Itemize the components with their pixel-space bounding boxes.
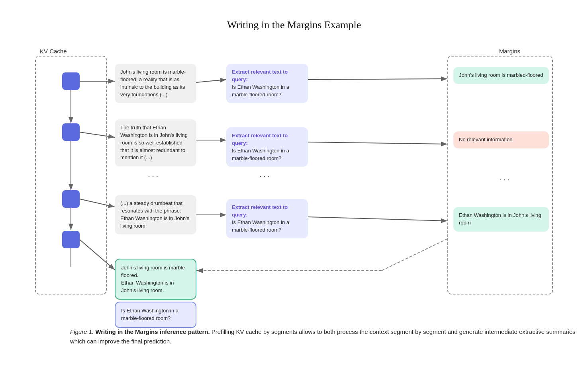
extract-box-1: Extract relevant text to query: Is Ethan…: [226, 64, 308, 103]
page-title: Writing in the Margins Example: [0, 0, 588, 44]
margin-box-1: John's living room is marbled-floored: [453, 67, 549, 84]
margin-box-2: No relevant information: [453, 131, 549, 148]
figure-caption: Figure 1: Writing in the Margins inferen…: [70, 327, 588, 346]
extract-label-2: Extract relevant text to query:: [232, 132, 302, 147]
context-box-1: John's living room is marble-floored, a …: [115, 64, 196, 103]
kv-cache-region: KV Cache: [35, 56, 107, 294]
kv-block-1: [62, 72, 80, 90]
summary-box: John's living room is marble-floored.Eth…: [115, 259, 196, 300]
kv-block-4: [62, 231, 80, 248]
fig-label: Figure 1:: [70, 328, 94, 335]
context-box-3: (...) a steady drumbeat that resonates w…: [115, 195, 196, 234]
diagram-container: KV Cache Margins John's living room is m…: [35, 44, 553, 330]
summary-box-text: John's living room is marble-floored.Eth…: [121, 265, 186, 293]
extract-query-3: Is Ethan Washington in a marble-floored …: [232, 219, 302, 234]
svg-line-12: [308, 79, 447, 80]
extract-query-2: Is Ethan Washington in a marble-floored …: [232, 147, 302, 162]
ellipsis-margin: ···: [500, 174, 512, 185]
kv-block-3: [62, 190, 80, 208]
query-box: Is Ethan Washington in a marble-floored …: [115, 302, 196, 328]
margins-label: Margins: [499, 48, 520, 55]
extract-query-1: Is Ethan Washington in a marble-floored …: [232, 84, 302, 99]
extract-box-3: Extract relevant text to query: Is Ethan…: [226, 199, 308, 238]
extract-label-3: Extract relevant text to query:: [232, 204, 302, 219]
svg-line-13: [308, 142, 447, 144]
ellipsis-extract: ···: [259, 171, 271, 181]
context-box-2: The truth that Ethan Washington is in Jo…: [115, 119, 196, 166]
margin-box-3: Ethan Washington is in John's living roo…: [453, 207, 549, 232]
kv-cache-label: KV Cache: [40, 48, 67, 55]
kv-block-2: [62, 123, 80, 141]
extract-label-1: Extract relevant text to query:: [232, 68, 302, 84]
ellipsis-context: ···: [148, 171, 160, 181]
svg-line-15: [382, 239, 447, 271]
extract-box-2: Extract relevant text to query: Is Ethan…: [226, 127, 308, 167]
fig-bold-text: Writing in the Margins inference pattern…: [95, 328, 210, 335]
svg-line-9: [196, 80, 226, 82]
svg-line-14: [308, 217, 447, 221]
